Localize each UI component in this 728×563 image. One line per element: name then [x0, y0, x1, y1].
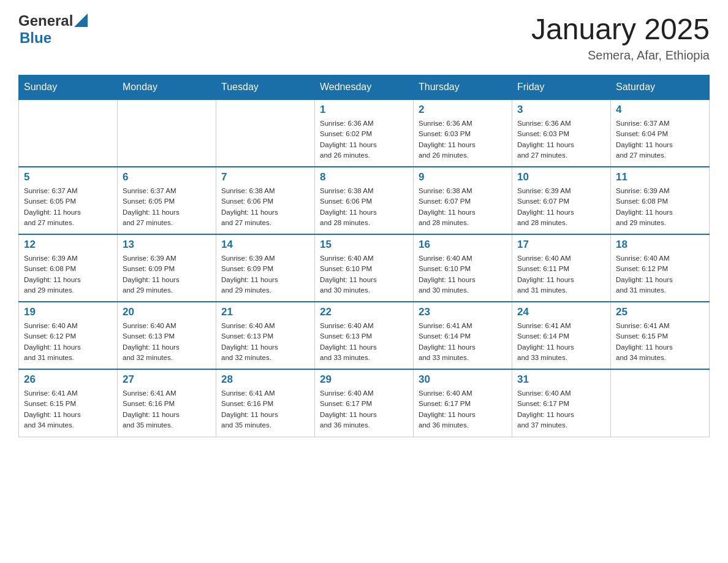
day-cell-1: 1Sunrise: 6:36 AM Sunset: 6:02 PM Daylig…: [315, 99, 414, 167]
day-cell-9: 9Sunrise: 6:38 AM Sunset: 6:07 PM Daylig…: [414, 167, 512, 234]
page-header: General Blue January 2025 Semera, Afar, …: [18, 12, 710, 63]
title-block: January 2025 Semera, Afar, Ethiopia: [531, 12, 710, 63]
day-info: Sunrise: 6:38 AM Sunset: 6:07 PM Dayligh…: [419, 186, 507, 228]
location-subtitle: Semera, Afar, Ethiopia: [531, 48, 710, 63]
day-info: Sunrise: 6:41 AM Sunset: 6:14 PM Dayligh…: [419, 321, 507, 363]
column-header-saturday: Saturday: [611, 75, 710, 100]
day-info: Sunrise: 6:41 AM Sunset: 6:16 PM Dayligh…: [221, 388, 309, 431]
day-info: Sunrise: 6:39 AM Sunset: 6:09 PM Dayligh…: [123, 253, 211, 296]
day-cell-29: 29Sunrise: 6:40 AM Sunset: 6:17 PM Dayli…: [315, 369, 414, 437]
logo: General Blue: [18, 12, 88, 47]
day-info: Sunrise: 6:40 AM Sunset: 6:10 PM Dayligh…: [320, 253, 408, 296]
day-info: Sunrise: 6:41 AM Sunset: 6:16 PM Dayligh…: [123, 388, 211, 431]
day-cell-12: 12Sunrise: 6:39 AM Sunset: 6:08 PM Dayli…: [19, 234, 118, 302]
column-header-wednesday: Wednesday: [315, 75, 414, 100]
day-number: 26: [24, 373, 112, 386]
logo-triangle-icon: [74, 13, 88, 27]
day-info: Sunrise: 6:40 AM Sunset: 6:17 PM Dayligh…: [517, 388, 605, 431]
day-number: 16: [419, 239, 507, 251]
day-cell-7: 7Sunrise: 6:38 AM Sunset: 6:06 PM Daylig…: [216, 167, 315, 234]
day-cell-18: 18Sunrise: 6:40 AM Sunset: 6:12 PM Dayli…: [611, 234, 710, 302]
day-number: 28: [221, 373, 309, 386]
day-number: 17: [517, 239, 605, 251]
column-header-friday: Friday: [512, 75, 611, 100]
day-cell-2: 2Sunrise: 6:36 AM Sunset: 6:03 PM Daylig…: [414, 99, 512, 167]
day-info: Sunrise: 6:39 AM Sunset: 6:08 PM Dayligh…: [24, 253, 112, 296]
empty-cell: [19, 99, 118, 167]
day-info: Sunrise: 6:39 AM Sunset: 6:09 PM Dayligh…: [221, 253, 309, 296]
day-number: 30: [419, 373, 507, 386]
day-cell-30: 30Sunrise: 6:40 AM Sunset: 6:17 PM Dayli…: [414, 369, 512, 437]
day-cell-5: 5Sunrise: 6:37 AM Sunset: 6:05 PM Daylig…: [19, 167, 118, 234]
week-row-4: 19Sunrise: 6:40 AM Sunset: 6:12 PM Dayli…: [19, 302, 710, 369]
column-header-thursday: Thursday: [414, 75, 512, 100]
day-cell-14: 14Sunrise: 6:39 AM Sunset: 6:09 PM Dayli…: [216, 234, 315, 302]
day-number: 20: [123, 306, 211, 318]
day-info: Sunrise: 6:37 AM Sunset: 6:05 PM Dayligh…: [24, 186, 112, 228]
day-cell-19: 19Sunrise: 6:40 AM Sunset: 6:12 PM Dayli…: [19, 302, 118, 369]
day-info: Sunrise: 6:41 AM Sunset: 6:15 PM Dayligh…: [616, 321, 704, 363]
day-number: 2: [419, 104, 507, 116]
day-cell-6: 6Sunrise: 6:37 AM Sunset: 6:05 PM Daylig…: [118, 167, 216, 234]
day-info: Sunrise: 6:39 AM Sunset: 6:07 PM Dayligh…: [517, 186, 605, 228]
week-row-3: 12Sunrise: 6:39 AM Sunset: 6:08 PM Dayli…: [19, 234, 710, 302]
day-info: Sunrise: 6:40 AM Sunset: 6:17 PM Dayligh…: [419, 388, 507, 431]
day-info: Sunrise: 6:36 AM Sunset: 6:02 PM Dayligh…: [320, 118, 408, 161]
day-info: Sunrise: 6:38 AM Sunset: 6:06 PM Dayligh…: [221, 186, 309, 228]
day-number: 25: [616, 306, 704, 318]
day-number: 4: [616, 104, 704, 116]
day-cell-11: 11Sunrise: 6:39 AM Sunset: 6:08 PM Dayli…: [611, 167, 710, 234]
day-number: 22: [320, 306, 408, 318]
day-info: Sunrise: 6:40 AM Sunset: 6:13 PM Dayligh…: [221, 321, 309, 363]
day-cell-20: 20Sunrise: 6:40 AM Sunset: 6:13 PM Dayli…: [118, 302, 216, 369]
logo-general-text: General: [18, 12, 73, 29]
day-number: 8: [320, 171, 408, 183]
day-info: Sunrise: 6:40 AM Sunset: 6:13 PM Dayligh…: [320, 321, 408, 363]
day-info: Sunrise: 6:37 AM Sunset: 6:05 PM Dayligh…: [123, 186, 211, 228]
column-header-tuesday: Tuesday: [216, 75, 315, 100]
day-info: Sunrise: 6:40 AM Sunset: 6:12 PM Dayligh…: [616, 253, 704, 296]
week-row-2: 5Sunrise: 6:37 AM Sunset: 6:05 PM Daylig…: [19, 167, 710, 234]
calendar-table: SundayMondayTuesdayWednesdayThursdayFrid…: [18, 75, 710, 437]
day-cell-25: 25Sunrise: 6:41 AM Sunset: 6:15 PM Dayli…: [611, 302, 710, 369]
day-number: 6: [123, 171, 211, 183]
day-number: 19: [24, 306, 112, 318]
day-number: 14: [221, 239, 309, 251]
day-info: Sunrise: 6:40 AM Sunset: 6:12 PM Dayligh…: [24, 321, 112, 363]
day-number: 21: [221, 306, 309, 318]
day-info: Sunrise: 6:41 AM Sunset: 6:14 PM Dayligh…: [517, 321, 605, 363]
day-cell-17: 17Sunrise: 6:40 AM Sunset: 6:11 PM Dayli…: [512, 234, 611, 302]
day-number: 9: [419, 171, 507, 183]
day-cell-27: 27Sunrise: 6:41 AM Sunset: 6:16 PM Dayli…: [118, 369, 216, 437]
day-number: 11: [616, 171, 704, 183]
day-number: 18: [616, 239, 704, 251]
day-cell-10: 10Sunrise: 6:39 AM Sunset: 6:07 PM Dayli…: [512, 167, 611, 234]
column-header-monday: Monday: [118, 75, 216, 100]
day-number: 12: [24, 239, 112, 251]
day-info: Sunrise: 6:37 AM Sunset: 6:04 PM Dayligh…: [616, 118, 704, 161]
month-title: January 2025: [531, 12, 710, 46]
day-number: 1: [320, 104, 408, 116]
day-number: 15: [320, 239, 408, 251]
empty-cell: [611, 369, 710, 437]
day-info: Sunrise: 6:40 AM Sunset: 6:11 PM Dayligh…: [517, 253, 605, 296]
day-cell-21: 21Sunrise: 6:40 AM Sunset: 6:13 PM Dayli…: [216, 302, 315, 369]
day-cell-13: 13Sunrise: 6:39 AM Sunset: 6:09 PM Dayli…: [118, 234, 216, 302]
day-info: Sunrise: 6:39 AM Sunset: 6:08 PM Dayligh…: [616, 186, 704, 228]
day-info: Sunrise: 6:38 AM Sunset: 6:06 PM Dayligh…: [320, 186, 408, 228]
day-info: Sunrise: 6:36 AM Sunset: 6:03 PM Dayligh…: [517, 118, 605, 161]
day-number: 27: [123, 373, 211, 386]
day-cell-23: 23Sunrise: 6:41 AM Sunset: 6:14 PM Dayli…: [414, 302, 512, 369]
day-number: 10: [517, 171, 605, 183]
day-cell-31: 31Sunrise: 6:40 AM Sunset: 6:17 PM Dayli…: [512, 369, 611, 437]
day-number: 23: [419, 306, 507, 318]
column-header-sunday: Sunday: [19, 75, 118, 100]
day-info: Sunrise: 6:40 AM Sunset: 6:10 PM Dayligh…: [419, 253, 507, 296]
empty-cell: [216, 99, 315, 167]
day-cell-4: 4Sunrise: 6:37 AM Sunset: 6:04 PM Daylig…: [611, 99, 710, 167]
day-number: 13: [123, 239, 211, 251]
day-cell-28: 28Sunrise: 6:41 AM Sunset: 6:16 PM Dayli…: [216, 369, 315, 437]
day-number: 29: [320, 373, 408, 386]
week-row-1: 1Sunrise: 6:36 AM Sunset: 6:02 PM Daylig…: [19, 99, 710, 167]
day-cell-16: 16Sunrise: 6:40 AM Sunset: 6:10 PM Dayli…: [414, 234, 512, 302]
